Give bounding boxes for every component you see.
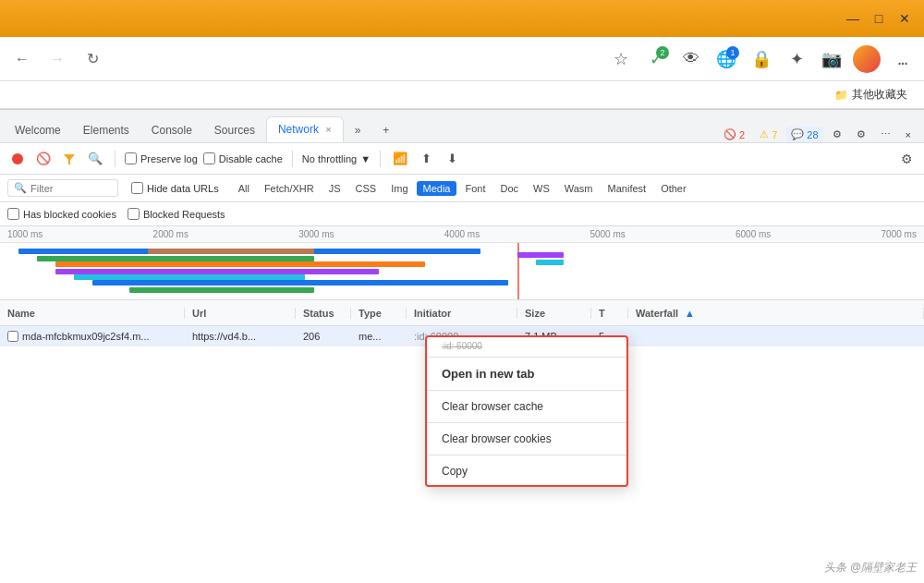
disable-cache-checkbox[interactable]: Disable cache bbox=[203, 152, 283, 164]
download-icon[interactable]: ⬇ bbox=[442, 149, 462, 169]
filter-type-manifest[interactable]: Manifest bbox=[602, 181, 653, 196]
minimize-button[interactable]: — bbox=[841, 6, 865, 30]
wf-bar-6 bbox=[92, 280, 508, 285]
devtools-close-button[interactable]: × bbox=[900, 128, 917, 142]
ruler-4000: 4000 ms bbox=[444, 229, 480, 239]
extension-badge: 2 bbox=[656, 46, 669, 59]
td-type: me... bbox=[351, 331, 407, 342]
context-menu-overlay: :id: 60000 Open in new tab Clear browser… bbox=[0, 326, 924, 583]
timeline-bars bbox=[0, 243, 924, 300]
filter-type-doc[interactable]: Doc bbox=[493, 181, 525, 196]
devtools-connect-button[interactable]: ⚙ bbox=[851, 127, 871, 142]
filter-type-all[interactable]: All bbox=[232, 181, 256, 196]
title-bar: — □ ✕ bbox=[0, 0, 924, 37]
filter-type-ws[interactable]: WS bbox=[527, 181, 556, 196]
star-icon[interactable]: ☆ bbox=[606, 44, 636, 74]
devtools-tab-actions: 🚫 2 ⚠ 7 💬 28 ⚙ ⚙ ⋯ × bbox=[711, 127, 924, 142]
tab-console[interactable]: Console bbox=[140, 118, 203, 142]
tab-add[interactable]: + bbox=[371, 118, 400, 142]
context-menu-divider-1 bbox=[427, 357, 626, 358]
forward-button[interactable]: → bbox=[43, 44, 72, 74]
maximize-button[interactable]: □ bbox=[867, 6, 891, 30]
tab-elements[interactable]: Elements bbox=[72, 118, 140, 142]
td-status: 206 bbox=[296, 331, 351, 342]
timeline-area: 1000 ms 2000 ms 3000 ms 4000 ms 5000 ms … bbox=[0, 226, 924, 300]
extension-icon-star2[interactable]: ✦ bbox=[782, 44, 811, 74]
clear-button[interactable]: 🚫 bbox=[33, 149, 54, 169]
filter-type-fetchxhr[interactable]: Fetch/XHR bbox=[258, 181, 321, 196]
th-initiator[interactable]: Initiator bbox=[407, 308, 517, 319]
context-menu-copy[interactable]: Copy bbox=[427, 457, 626, 485]
back-button[interactable]: ← bbox=[7, 44, 37, 74]
th-url[interactable]: Url bbox=[185, 308, 296, 319]
extension-icon-check[interactable]: ✓ 2 bbox=[641, 44, 671, 74]
warning-count: ⚠ 7 bbox=[754, 127, 783, 142]
extension-icon-eye[interactable]: 👁 bbox=[676, 44, 706, 74]
filter-type-other[interactable]: Other bbox=[654, 181, 693, 196]
context-menu-divider-4 bbox=[427, 455, 626, 455]
folder-icon: 📁 bbox=[834, 89, 848, 102]
close-tab-icon[interactable]: × bbox=[325, 124, 331, 135]
network-settings-button[interactable]: ⚙ bbox=[896, 149, 917, 169]
tab-more[interactable]: » bbox=[344, 118, 372, 142]
th-name[interactable]: Name bbox=[0, 308, 185, 319]
ruler-6000: 6000 ms bbox=[736, 229, 771, 239]
browser-toolbar: ← → ↻ ☆ ✓ 2 👁 🌐 1 🔒 ✦ 📷 ... bbox=[0, 37, 924, 81]
hide-data-urls-checkbox[interactable]: Hide data URLs bbox=[131, 182, 219, 194]
context-menu-clear-cookies[interactable]: Clear browser cookies bbox=[427, 425, 626, 453]
bookmarks-bar: 📁 其他收藏夹 bbox=[0, 81, 924, 109]
more-menu-button[interactable]: ... bbox=[887, 44, 917, 74]
filter-row: 🔍 Hide data URLs All Fetch/XHR JS CSS Im… bbox=[0, 175, 924, 202]
tab-welcome[interactable]: Welcome bbox=[4, 118, 72, 142]
blocked-row: Has blocked cookies Blocked Requests bbox=[0, 202, 924, 226]
filter-type-css[interactable]: CSS bbox=[349, 181, 383, 196]
record-button[interactable] bbox=[7, 149, 28, 169]
devtools-settings-button[interactable]: ⚙ bbox=[827, 127, 847, 142]
bookmarks-folder-item[interactable]: 📁 其他收藏夹 bbox=[829, 85, 913, 104]
tab-network[interactable]: Network × bbox=[266, 116, 344, 142]
filter-input-wrapper: 🔍 bbox=[7, 179, 118, 197]
preserve-log-checkbox[interactable]: Preserve log bbox=[125, 152, 198, 164]
blocked-requests-checkbox[interactable]: Blocked Requests bbox=[128, 208, 225, 220]
context-menu: :id: 60000 Open in new tab Clear browser… bbox=[425, 335, 628, 487]
filter-type-media[interactable]: Media bbox=[417, 181, 457, 196]
throttling-dropdown[interactable]: No throttling ▼ bbox=[302, 153, 371, 164]
filter-type-js[interactable]: JS bbox=[322, 181, 347, 196]
profile-avatar[interactable] bbox=[852, 44, 881, 74]
th-type[interactable]: Type bbox=[351, 308, 407, 319]
context-menu-open-in-new-tab[interactable]: Open in new tab bbox=[427, 359, 626, 388]
filter-type-font[interactable]: Font bbox=[458, 181, 492, 196]
td-url: https://vd4.b... bbox=[185, 331, 296, 342]
th-status[interactable]: Status bbox=[296, 308, 351, 319]
ruler-1000: 1000 ms bbox=[7, 229, 43, 239]
ruler-2000: 2000 ms bbox=[153, 229, 188, 239]
extension-icon-lock[interactable]: 🔒 bbox=[747, 44, 776, 74]
table-row[interactable]: mda-mfcbkmux09jc2sf4.m... https://vd4.b.… bbox=[0, 326, 924, 346]
wf-bar-3 bbox=[55, 261, 425, 267]
th-waterfall[interactable]: Waterfall ▲ bbox=[628, 308, 924, 319]
context-menu-clear-cache[interactable]: Clear browser cache bbox=[427, 393, 626, 420]
upload-icon[interactable]: ⬆ bbox=[416, 149, 436, 169]
filter-input[interactable] bbox=[30, 183, 104, 194]
devtools-more-button[interactable]: ⋯ bbox=[875, 127, 896, 142]
td-time: 5 bbox=[591, 331, 628, 342]
row-checkbox[interactable] bbox=[7, 331, 18, 342]
timeline-ruler: 1000 ms 2000 ms 3000 ms 4000 ms 5000 ms … bbox=[0, 226, 924, 243]
extension-icon-globe[interactable]: 🌐 1 bbox=[711, 44, 741, 74]
has-blocked-cookies-checkbox[interactable]: Has blocked cookies bbox=[7, 208, 116, 220]
wf-bar-7 bbox=[129, 287, 314, 293]
table-body: mda-mfcbkmux09jc2sf4.m... https://vd4.b.… bbox=[0, 326, 924, 583]
refresh-button[interactable]: ↻ bbox=[78, 44, 107, 74]
context-menu-divider-3 bbox=[427, 422, 626, 423]
th-size[interactable]: Size bbox=[517, 308, 591, 319]
close-button[interactable]: ✕ bbox=[893, 6, 917, 30]
filter-type-img[interactable]: Img bbox=[384, 181, 414, 196]
tab-sources[interactable]: Sources bbox=[203, 118, 266, 142]
bookmarks-folder-label: 其他收藏夹 bbox=[852, 87, 907, 103]
filter-type-wasm[interactable]: Wasm bbox=[558, 181, 600, 196]
filter-button[interactable] bbox=[59, 149, 79, 169]
online-icon[interactable]: 📶 bbox=[390, 149, 410, 169]
search-button[interactable]: 🔍 bbox=[85, 149, 105, 169]
extension-icon-camera[interactable]: 📷 bbox=[817, 44, 846, 74]
th-time[interactable]: T bbox=[591, 308, 628, 319]
